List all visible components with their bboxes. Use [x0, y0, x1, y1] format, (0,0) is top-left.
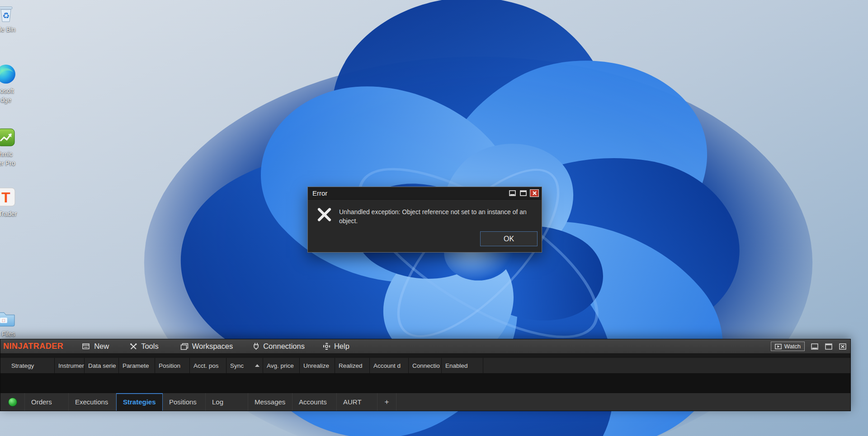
error-dialog-titlebar[interactable]: Error [308, 187, 542, 200]
window-minimize-button[interactable] [810, 343, 819, 350]
column-header-data-series[interactable]: Data serie [85, 358, 119, 373]
column-header-unrealized[interactable]: Unrealize [300, 358, 335, 373]
desktop-icon-label: rosoft [0, 87, 14, 95]
add-tab-button[interactable]: + [377, 393, 396, 411]
sort-ascending-icon [255, 364, 259, 367]
tab-accounts[interactable]: Accounts [292, 393, 337, 411]
desktop-icon-label: cle Bin [0, 26, 15, 33]
column-header-position[interactable]: Position [155, 358, 190, 373]
menu-label: Workspaces [192, 342, 233, 351]
menu-help[interactable]: Help [323, 342, 349, 351]
desktop-icon-algorithmic-trader-pro[interactable]: hmic ler Pro [0, 126, 25, 167]
desktop: ♻ cle Bin rosoft dge [0, 0, 868, 436]
files-folder-icon:  [0, 305, 18, 329]
error-x-icon [317, 207, 332, 222]
ninjatrader-logo: NINJATRADER [3, 342, 63, 351]
titlebar-separator [0, 354, 850, 358]
close-icon [839, 343, 846, 350]
tab-orders[interactable]: Orders [24, 393, 69, 411]
watch-label: Watch [784, 343, 801, 350]
column-header-account[interactable]: Account d [370, 358, 409, 373]
column-header-strategy[interactable]: Strategy [0, 358, 55, 373]
column-header-sync-label: Sync [230, 362, 244, 369]
new-window-icon [82, 343, 90, 350]
help-lifebuoy-icon [323, 342, 330, 350]
menu-connections[interactable]: Connections [253, 342, 305, 351]
menu-new[interactable]: New [82, 342, 109, 351]
svg-text::  [2, 318, 5, 323]
control-center-window: NINJATRADER New Tools [0, 339, 851, 411]
column-header-realized[interactable]: Realized [335, 358, 370, 373]
edge-icon [0, 62, 18, 86]
desktop-icon-label: dge [0, 96, 11, 104]
column-header-connection[interactable]: Connectio [409, 358, 442, 373]
menu-tools[interactable]: Tools [130, 342, 159, 351]
minimize-icon [509, 190, 516, 196]
control-center-titlebar[interactable]: NINJATRADER New Tools [0, 339, 850, 354]
tab-bar: Orders Executions Strategies Positions L… [0, 393, 850, 411]
error-message: Unhandled exception: Object reference no… [339, 207, 533, 225]
tools-icon [130, 343, 137, 350]
workspaces-icon [180, 343, 189, 350]
tab-log[interactable]: Log [206, 393, 248, 411]
desktop-icon-label: ler Pro [0, 159, 15, 167]
tab-messages[interactable]: Messages [248, 393, 292, 411]
desktop-icon-recycle-bin[interactable]: ♻ cle Bin [0, 1, 25, 33]
dialog-title: Error [312, 189, 506, 197]
column-header-acct-position[interactable]: Acct. pos [190, 358, 226, 373]
tab-strategies[interactable]: Strategies [116, 393, 163, 411]
svg-text:♻: ♻ [2, 11, 9, 20]
maximize-icon [520, 190, 527, 196]
column-header-instrument[interactable]: Instrumen [55, 358, 85, 373]
error-dialog-window: Error [307, 187, 542, 253]
dialog-minimize-button[interactable] [508, 190, 517, 197]
maximize-icon [825, 343, 832, 350]
menu-label: Connections [263, 342, 305, 351]
window-close-button[interactable] [838, 343, 847, 350]
watch-icon [775, 344, 782, 349]
svg-text:T: T [1, 189, 10, 206]
desktop-icon-label: hmic [0, 150, 13, 158]
plug-icon [253, 342, 259, 350]
recycle-bin-icon: ♻ [0, 1, 18, 24]
watch-button[interactable]: Watch [771, 342, 805, 351]
tab-executions[interactable]: Executions [69, 393, 116, 411]
column-header-avg-price[interactable]: Avg. price [263, 358, 300, 373]
desktop-icon-files[interactable]:  c Files [0, 305, 25, 338]
algo-trader-icon [0, 126, 18, 149]
menu-label: New [94, 342, 109, 351]
strategies-grid-body-empty[interactable] [0, 373, 850, 393]
close-icon [532, 191, 537, 196]
menu-label: Help [334, 342, 349, 351]
tab-aurt[interactable]: AURT [337, 393, 377, 411]
desktop-icon-microsoft-edge[interactable]: rosoft dge [0, 62, 25, 104]
dialog-close-button[interactable] [530, 189, 539, 197]
ok-button[interactable]: OK [480, 231, 538, 246]
connection-status-indicator [8, 398, 17, 407]
column-header-filler [483, 358, 850, 373]
column-header-sync[interactable]: Sync [226, 358, 263, 373]
desktop-icon-label: aTrader [0, 210, 17, 218]
column-header-parameters[interactable]: Paramete [119, 358, 155, 373]
minimize-icon [811, 343, 818, 350]
column-header-enabled[interactable]: Enabled [442, 358, 483, 373]
menu-label: Tools [141, 342, 159, 351]
tab-positions[interactable]: Positions [163, 393, 206, 411]
window-maximize-button[interactable] [824, 343, 833, 350]
strategies-grid-header: Strategy Instrumen Data serie Paramete P… [0, 358, 850, 373]
ninjatrader-icon: T [0, 185, 18, 209]
dialog-maximize-button[interactable] [519, 190, 528, 197]
desktop-icon-ninjatrader[interactable]: T aTrader [0, 185, 25, 218]
menu-workspaces[interactable]: Workspaces [180, 342, 233, 351]
desktop-icon-label: c Files [0, 330, 15, 338]
